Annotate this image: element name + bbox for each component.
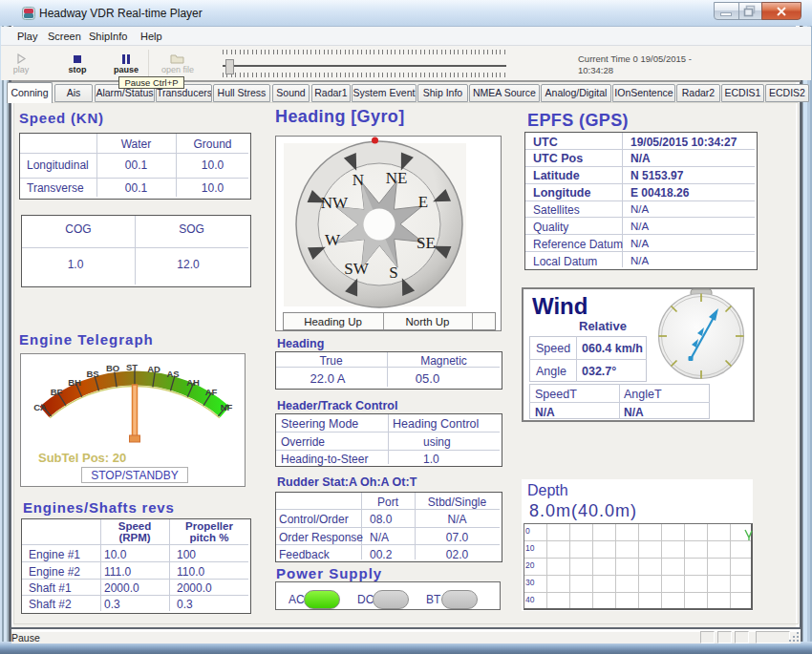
- svg-text:NE: NE: [386, 169, 408, 187]
- svg-text:SW: SW: [344, 260, 369, 278]
- svg-text:NW: NW: [321, 194, 349, 212]
- svg-text:W: W: [325, 231, 341, 249]
- svg-text:N: N: [353, 171, 364, 189]
- svg-text:SE: SE: [417, 234, 436, 252]
- svg-text:S: S: [389, 264, 397, 282]
- svg-text:E: E: [418, 193, 428, 211]
